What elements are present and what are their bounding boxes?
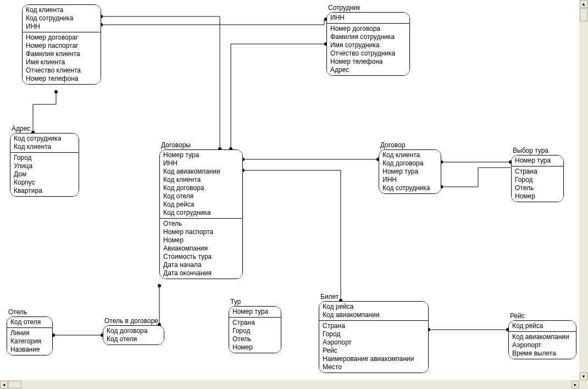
key-field: Код сотрудника (14, 135, 75, 143)
key-field: ИНН (382, 176, 437, 184)
scroll-thumb[interactable] (580, 8, 587, 21)
attr-field: Место (323, 363, 425, 371)
entity-flight[interactable]: Рейс Код рейса Код авиакомпании Аэропорт… (508, 320, 576, 359)
entity-title: Отель (8, 308, 27, 316)
key-field: Код клиента (26, 6, 97, 14)
key-field: Код рейса (163, 201, 239, 209)
attr-field: Отчество сотрудника (330, 49, 406, 58)
entity-title: Договор (380, 141, 405, 149)
attr-field: Номер паспорта (163, 228, 239, 236)
attr-field: Номер телефона (26, 75, 97, 83)
scrollbar-corner (579, 380, 588, 389)
key-field: Номер тура (232, 308, 278, 316)
entity-title: Договоры (161, 141, 191, 149)
entity-ticket[interactable]: Билет Код рейса Код авиакомпании Страна … (319, 301, 429, 373)
scroll-right-button[interactable]: ► (572, 381, 579, 388)
attr-field: Страна (232, 319, 278, 327)
scroll-thumb[interactable] (8, 381, 21, 388)
key-field: Номер тура (163, 151, 239, 159)
entity-title: Выбор тура (513, 147, 548, 154)
attr-field: Отель (515, 184, 560, 192)
entity-title: Билет (320, 293, 339, 301)
attr-field: Страна (515, 168, 560, 176)
attr-field: Номер договора (330, 25, 406, 33)
entity-employee[interactable]: Сотрудник ИНН Номер договора Фамилия сот… (326, 12, 410, 76)
attr-field: Наимерование авиакомпании (323, 355, 425, 363)
scroll-down-button[interactable]: ▼ (580, 373, 587, 380)
key-field: Номер тура (382, 168, 437, 176)
key-field: Код договора (107, 327, 160, 335)
attr-field: Фамилия клиента (26, 50, 97, 58)
attr-field: Отель (232, 335, 278, 343)
scroll-up-button[interactable]: ▲ (580, 0, 587, 8)
key-field: Код сотрудника (163, 209, 239, 217)
key-field: Код сотрудника (26, 14, 97, 23)
entity-tour[interactable]: Тур Номер тура Страна Город Отель Номер (229, 306, 281, 353)
key-field: Номер тура (515, 157, 560, 165)
attr-field: Адрес (330, 66, 406, 74)
attr-field: Название (10, 346, 49, 354)
key-field: Код рейса (512, 322, 573, 330)
diagram-canvas[interactable]: Код клиента Код сотрудника ИНН Номер дог… (0, 0, 579, 380)
attr-field: Город (232, 327, 278, 335)
key-field: Код договора (163, 184, 239, 192)
entity-contracts[interactable]: Договоры Номер тура ИНН Код авиакомпании… (159, 149, 243, 279)
key-field: Код сотрудника (382, 184, 437, 192)
attr-field: Город (14, 154, 75, 162)
attr-field: Авиакомпания (163, 244, 239, 253)
attr-field: Линия (10, 329, 49, 337)
attr-field: Имя клиента (26, 58, 97, 66)
entity-contract[interactable]: Договор Код клиента Код договора Номер т… (379, 149, 441, 194)
attr-field: Страна (323, 322, 425, 330)
attr-field: Код авиакомпании (512, 333, 573, 341)
attr-field: Дата окончания (163, 269, 239, 277)
key-field: Код рейса (323, 303, 425, 311)
key-field: Код авиакомпании (163, 168, 239, 176)
key-field: ИНН (26, 23, 97, 31)
entity-client[interactable]: Код клиента Код сотрудника ИНН Номер дог… (22, 4, 101, 85)
svg-point-8 (54, 90, 58, 93)
entity-title: Рейс (510, 312, 525, 320)
key-field: Код договора (382, 159, 437, 168)
vertical-scrollbar[interactable]: ▲ ▼ (579, 0, 588, 380)
key-field: Код клиента (163, 176, 239, 184)
horizontal-scrollbar[interactable]: ◄ ► (0, 380, 579, 389)
attr-field: Рейс (323, 347, 425, 355)
attr-field: Аэропорт (512, 341, 573, 349)
entity-title: Сотрудник (328, 4, 360, 12)
key-field: ИНН (330, 14, 406, 22)
attr-field: Имя сотрудника (330, 41, 406, 49)
attr-field: Стоимость тура (163, 253, 239, 261)
key-field: Код клиента (14, 143, 75, 151)
attr-field: Время вылета (512, 349, 573, 358)
svg-point-33 (158, 284, 161, 287)
attr-field: Номер договораг (26, 34, 97, 42)
key-field: Код авиакомпании (323, 311, 425, 319)
entity-hotel-in-contract[interactable]: Отель в договоре Код договора Код отеля (103, 325, 164, 345)
entity-title: Адрес (12, 125, 30, 132)
entity-hotel[interactable]: Отель Код отеля Линия Категория Название (7, 316, 53, 355)
key-field: Код клиента (382, 151, 437, 159)
key-field: Код отеля (163, 192, 239, 201)
key-field: Код отеля (107, 335, 160, 343)
attr-field: Фамилия сотрудника (330, 33, 406, 41)
entity-tour-choice[interactable]: Выбор тура Номер тура Страна Город Отель… (511, 155, 564, 202)
entity-address[interactable]: Адрес Код сотрудника Код клиента Город У… (10, 133, 79, 197)
attr-field: Город (515, 176, 560, 184)
attr-field: Город (323, 330, 425, 338)
attr-field: Аэропорт (323, 338, 425, 347)
attr-field: Номер (232, 343, 278, 352)
attr-field: Номер телефона (330, 58, 406, 66)
attr-field: Отель (163, 220, 239, 228)
key-field: ИНН (163, 159, 239, 168)
attr-field: Категория (10, 337, 49, 346)
attr-field: Номер (163, 236, 239, 244)
attr-field: Номер (515, 192, 560, 201)
attr-field: Дом (14, 170, 75, 179)
scroll-left-button[interactable]: ◄ (0, 381, 8, 388)
attr-field: Улица (14, 162, 75, 170)
entity-title: Тур (230, 298, 241, 305)
attr-field: Квартира (14, 187, 75, 195)
key-field: Код отеля (10, 318, 49, 326)
attr-field: Отчество клиента (26, 66, 97, 75)
